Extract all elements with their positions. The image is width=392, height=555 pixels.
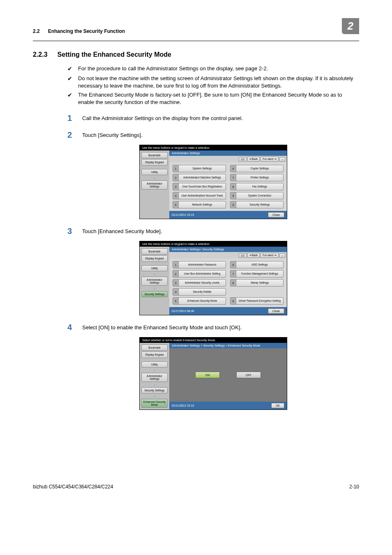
check-icon: ✔	[67, 75, 72, 83]
security-details-button[interactable]: 4Security Details	[173, 288, 226, 296]
step-1: 1 Call the Administrator Settings on the…	[67, 113, 359, 123]
section-num: 2.2.3	[33, 51, 48, 58]
fax-settings-button[interactable]: 8Fax Settings	[230, 183, 284, 190]
datetime: 01/17/2012 08:40	[172, 310, 194, 312]
page-footer: bizhub C554/C454/C364/C284/C224 2-10	[33, 484, 359, 490]
admin-password-button[interactable]: 1Administrator Password	[173, 261, 226, 268]
driver-password-button[interactable]: 0Driver Password Encryption Setting	[230, 297, 284, 305]
display-keypad-button[interactable]: Display Keypad	[141, 352, 168, 358]
printer-settings-button[interactable]: 7Printer Settings	[230, 174, 284, 181]
security-settings-button[interactable]: Security Settings	[141, 291, 168, 297]
ok-button[interactable]: OK	[271, 403, 284, 408]
utility-button[interactable]: Utility	[141, 361, 168, 368]
breadcrumb: Administrator Settings> Security Setting…	[169, 247, 287, 252]
back-button[interactable]: ↞Back	[247, 253, 260, 258]
step-4: 4 Select [ON] to enable the Enhanced Sec…	[67, 323, 359, 332]
display-keypad-button[interactable]: Display Keypad	[141, 159, 168, 165]
home-button[interactable]: ⌂	[279, 157, 285, 162]
check-text: For the procedure to call the Administra…	[78, 65, 359, 72]
hdd-settings-button[interactable]: 6HDD Settings	[230, 261, 284, 268]
screenshot-admin-settings: Use the menu buttons or keypad to make a…	[139, 145, 287, 219]
step-num: 4	[67, 323, 75, 332]
check-item: ✔ The Enhanced Security Mode is factory-…	[67, 91, 359, 106]
arrow-down-icon: ↓	[141, 368, 168, 372]
screenshot-security-settings: Use the menu buttons or keypad to make a…	[139, 241, 287, 315]
status-bar: 01/11/2012 15:15 Close	[169, 211, 287, 219]
security-settings-button[interactable]: Security Settings	[141, 387, 168, 393]
check-icon: ✔	[67, 91, 72, 99]
admin-machine-settings-button[interactable]: 2Administrator/ Machine Settings	[173, 174, 226, 181]
admin-security-levels-button[interactable]: 3Administrator Security Levels	[173, 279, 226, 287]
footer-model: bizhub C554/C454/C364/C284/C224	[33, 484, 113, 490]
home-button[interactable]: ⌂	[279, 253, 285, 258]
sidebar: Bookmark Display Keypad Utility ↓ Admini…	[140, 150, 169, 219]
network-settings-button[interactable]: 5Network Settings	[173, 201, 226, 208]
sidebar: Bookmark Display Keypad Utility ↓ Admini…	[140, 343, 169, 409]
utility-button[interactable]: Utility	[141, 169, 168, 175]
admin-settings-button[interactable]: Administrator Settings	[141, 180, 168, 190]
header-section-title: Enhancing the Security Function	[48, 28, 125, 34]
on-off-selector: ON OFF	[169, 348, 287, 402]
page-indicator: 1/2	[239, 157, 247, 162]
page-header: 2.2 Enhancing the Security Function 2	[33, 23, 359, 41]
page-indicator: 1/2	[239, 253, 247, 258]
enhanced-security-button[interactable]: Enhanced Security Mode	[141, 399, 168, 408]
pager: 1/2 ↞Back For-ward ↠ ⌂	[169, 252, 287, 259]
back-button[interactable]: ↞Back	[247, 157, 260, 162]
screenshot-enhanced-security: Select whether or not to enable Enhanced…	[139, 337, 287, 410]
user-auth-button[interactable]: 4User Authentication/ Account Track	[173, 192, 226, 199]
admin-settings-button[interactable]: Administrator Settings	[141, 373, 168, 382]
step-num: 2	[67, 130, 75, 140]
breadcrumb: Administrator Settings > Security Settin…	[169, 343, 287, 348]
admin-settings-button[interactable]: Administrator Settings	[141, 277, 168, 286]
instruction-bar: Use the menu buttons or keypad to make a…	[140, 241, 287, 247]
chapter-badge: 2	[342, 18, 359, 34]
off-button[interactable]: OFF	[236, 372, 261, 378]
step-num: 3	[67, 227, 75, 236]
header-section-num: 2.2	[33, 28, 40, 34]
step-text: Touch [Enhanced Security Mode].	[82, 227, 359, 235]
on-button[interactable]: ON	[195, 372, 220, 378]
section-title: Setting the Enhanced Security Mode	[58, 51, 171, 58]
utility-button[interactable]: Utility	[141, 265, 168, 271]
datetime: 01/11/2012 15:15	[172, 404, 194, 407]
userbox-admin-button[interactable]: 2User Box Administrator Setting	[173, 270, 226, 278]
instruction-bar: Use the menu buttons or keypad to make a…	[140, 145, 287, 150]
arrow-down-icon: ↓	[141, 383, 168, 386]
close-button[interactable]: Close	[268, 212, 284, 217]
breadcrumb: Administrator Settings	[169, 150, 287, 156]
check-item: ✔ Do not leave the machine with the sett…	[67, 75, 359, 90]
enhanced-security-mode-button[interactable]: 5Enhanced Security Mode	[173, 297, 226, 305]
stamp-settings-button[interactable]: 8Stamp Settings	[230, 279, 284, 287]
copier-settings-button[interactable]: 6Copier Settings	[230, 165, 284, 172]
forward-button[interactable]: For-ward ↠	[261, 253, 279, 258]
instruction-bar: Select whether or not to enable Enhanced…	[140, 338, 287, 343]
check-icon: ✔	[67, 65, 72, 73]
datetime: 01/11/2012 15:15	[172, 213, 194, 216]
arrow-down-icon: ↓	[141, 394, 168, 398]
system-connection-button[interactable]: 9System Connection	[230, 192, 284, 199]
bookmark-button[interactable]: Bookmark	[141, 345, 168, 351]
security-settings-button[interactable]: 0Security Settings	[230, 201, 284, 208]
display-keypad-button[interactable]: Display Keypad	[141, 255, 168, 261]
onetouch-userbox-button[interactable]: 3One-Touch/User Box Registration	[173, 183, 226, 190]
check-text: Do not leave the machine with the settin…	[78, 75, 359, 90]
arrow-down-icon: ↓	[141, 176, 168, 180]
forward-button[interactable]: For-ward ↠	[261, 157, 279, 162]
step-num: 1	[67, 113, 75, 123]
close-button[interactable]: Close	[268, 308, 284, 314]
check-item: ✔ For the procedure to call the Administ…	[67, 65, 359, 73]
check-text: The Enhanced Security Mode is factory-se…	[78, 91, 359, 106]
section-heading: 2.2.3 Setting the Enhanced Security Mode	[33, 51, 359, 58]
step-text: Touch [Security Settings].	[82, 130, 359, 139]
pager: 1/2 ↞Back For-ward ↠ ⌂	[169, 156, 287, 162]
footer-page: 2-10	[349, 484, 359, 490]
bookmark-button[interactable]: Bookmark	[141, 152, 168, 158]
bookmark-button[interactable]: Bookmark	[141, 248, 168, 254]
sidebar: Bookmark Display Keypad Utility ↓ Admini…	[140, 247, 169, 315]
arrow-down-icon: ↓	[141, 287, 168, 290]
function-mgmt-button[interactable]: 7Function Management Settings	[230, 270, 284, 278]
step-text: Select [ON] to enable the Enhanced Secur…	[82, 323, 359, 331]
arrow-down-icon: ↓	[141, 272, 168, 276]
system-settings-button[interactable]: 1System Settings	[173, 165, 226, 172]
